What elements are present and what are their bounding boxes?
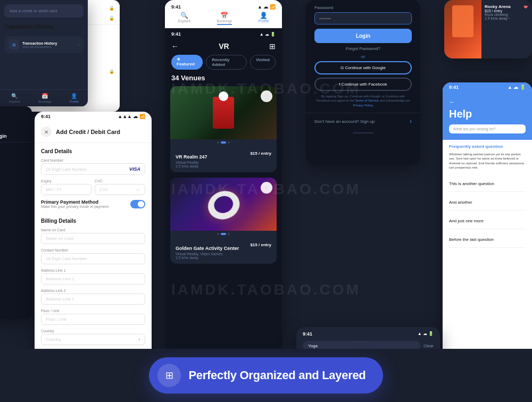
lock-icon: 🔒 [109,69,114,74]
banner-icon-circle: ⊞ [157,364,181,387]
back-button[interactable]: ← [449,98,526,106]
address2-field: Address Line 2 Address Line 2 [41,289,145,305]
cvc-field: CVC CVC ▭ [95,179,145,195]
password-input[interactable] [314,12,412,24]
venue-info-2: Golden Gate Activity Center $15 / entry … [170,238,277,264]
close-button[interactable]: ✕ [41,127,52,137]
nav-profile[interactable]: 👤 Profile [70,93,79,103]
pill-featured[interactable]: ★ Featured [171,55,203,70]
heart-icon[interactable]: ❤ [523,4,528,10]
signup-row[interactable]: Don't have an account? Sign up › [306,113,420,129]
faq-item-3[interactable]: And just one more [449,211,526,229]
carousel-dots-1 [170,139,277,147]
help-faq-section: Frequently asked question Windows talkin… [443,140,532,252]
faq-title: Frequently asked question [449,144,526,149]
pill-visited[interactable]: Visited [250,55,276,70]
name-input[interactable]: Name on Card [41,233,145,244]
ring-icon [205,187,245,224]
back-button[interactable]: ← [171,42,179,51]
primary-toggle[interactable] [130,200,145,208]
terms-text: By tapping Sign up, Continue with Google… [314,94,412,107]
cvc-input[interactable]: CVC ▭ [95,184,145,195]
layers-icon: ⊞ [165,370,173,381]
nav-explore[interactable]: 🔍 Explore [9,93,20,103]
credit-header: ✕ Add Credit / Debit Card [35,121,152,143]
help-search-input[interactable]: What are you looking for? [449,124,526,133]
section-title: Card Details [41,148,145,154]
venue-card-1[interactable]: ♡ VR Realm 247 $15 / entry Virtual Reali… [170,86,277,172]
signup-arrow-icon: › [410,118,412,125]
primary-payment-row: Primary Payment Method Make this your pr… [41,199,145,208]
home-indicator [353,132,374,133]
tab-explore[interactable]: 🔍 Explore [178,12,191,25]
visa-logo: VISA [129,166,140,172]
faq-item-1[interactable]: This is another question [449,173,526,192]
expiry-field: Expiry MM / YY [41,179,92,195]
transaction-title: Transaction History [0,22,88,32]
venue-card-2[interactable]: ♡ Golden Gate Activity Center $15 / entr… [170,178,277,264]
transaction-card: Add a credit or debit card Transaction H… [0,0,88,106]
floor-field: Floor / Unit Floor / Unit [41,309,145,325]
lock-icon: 🔒 [109,16,114,21]
billing-title: Billing Details [41,218,145,224]
help-header: ← Help What are you looking for? [443,92,532,140]
rocky-price: $15 / entry [485,9,529,13]
filter-icon[interactable]: ⊞ [269,42,276,51]
carousel-dots-2 [170,231,277,238]
bottom-banner: ⊞ Perfectly Organized and Layered [0,349,532,402]
google-signin-button[interactable]: G Continue with Google [314,61,412,74]
card-details-section: Card Details Card Number 16 Digit Card N… [35,143,152,218]
forgot-password[interactable]: Forgot Password? [314,46,412,51]
card-number-input[interactable]: 16 Digit Card Number VISA [41,163,145,175]
name-field: Name on Card Name on Card [41,228,145,244]
expiry-input[interactable]: MM / YY [41,184,92,195]
filter-pills: ★ Featured Recently Added Visited [165,55,282,74]
help-status-bar: 9:41 ▲ ☁ 🔋 [443,82,532,92]
chevron-down-icon: ▾ [138,337,140,342]
screen-title: Add Credit / Debit Card [56,129,120,135]
partial-left-card: × Login ss [0,106,32,319]
history-item[interactable]: ⊞ Transaction History View all transacti… [4,36,84,53]
facebook-signin-button[interactable]: f Continue with Facebook [314,78,412,91]
tab-bookings[interactable]: 📅 Bookings [217,12,232,25]
add-card-button[interactable]: Add a credit or debit card [4,4,84,18]
heart-button-2[interactable]: ♡ [261,182,272,194]
venue-info-1: VR Realm 247 $15 / entry Virtual Reality… [170,147,277,172]
vr-header: ← VR ⊞ [165,40,282,55]
address1-input[interactable]: Address Line 1 [41,273,145,284]
password-label: Password [314,5,412,10]
address2-input[interactable]: Address Line 2 [41,294,145,305]
country-select[interactable]: Country ▾ [41,334,145,345]
privacy-link[interactable]: Privacy Policy [353,104,373,107]
rocky-sport: Rock climbing [485,13,529,16]
lock-icon: 🔒 [109,6,114,11]
pill-recent[interactable]: Recently Added [206,55,247,70]
venues-count: 34 Venues [165,74,282,86]
vr-status-bar: 9:41 ▲ ☁ 🔋 [165,28,282,40]
faq-item-2[interactable]: And another [449,192,526,211]
help-title: Help [449,108,526,120]
vr-dark-area: 9:41 ▲ ☁ 🔋 ← VR ⊞ ★ Featured Recently Ad… [165,28,282,264]
status-bar-white: 9:41 ▲ ☁ 📶 [165,3,282,12]
floor-input[interactable]: Floor / Unit [41,314,145,325]
banner-pill: ⊞ Perfectly Organized and Layered [149,357,383,393]
screenshots-grid: IAMDK.TAOBAO.COM IAMDK.TAOBAO.COM IAMDK.… [0,0,532,402]
top-tabs: 🔍 Explore 📅 Bookings 👤 Profile [165,12,282,28]
heart-button-1[interactable]: ♡ [261,90,272,102]
clear-button[interactable]: Clear [423,344,434,348]
contact-input[interactable]: 16 Digit Card Number [41,253,145,264]
history-icon: ⊞ [9,39,19,50]
rocky-image [444,0,481,58]
chevron-right-icon: › [78,43,79,47]
expiry-cvc-row: Expiry MM / YY CVC CVC ▭ [41,179,145,199]
terms-link[interactable]: Terms of Service [355,99,379,102]
billing-section: Billing Details Name on Card Name on Car… [35,218,152,355]
status-bar: 9:41 ▲▲▲ ☁ 📶 [35,112,152,121]
faq-item-4[interactable]: Before the last question [449,229,526,248]
search-header: 9:41 ▲ ☁ 🔋 [296,327,440,339]
login-button[interactable]: Login [314,29,412,43]
tab-profile[interactable]: 👤 Profile [259,12,269,25]
nav-bookings[interactable]: 📅 Bookings [38,93,52,103]
or-divider: or [314,54,412,59]
rocky-name: Rocky Arena [485,4,529,9]
